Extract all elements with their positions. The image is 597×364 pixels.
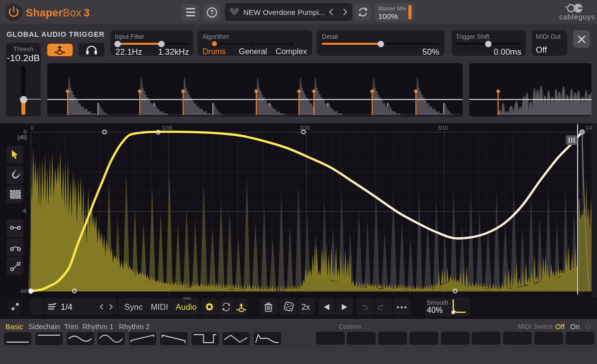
svg-text:?: ? [210,9,214,16]
